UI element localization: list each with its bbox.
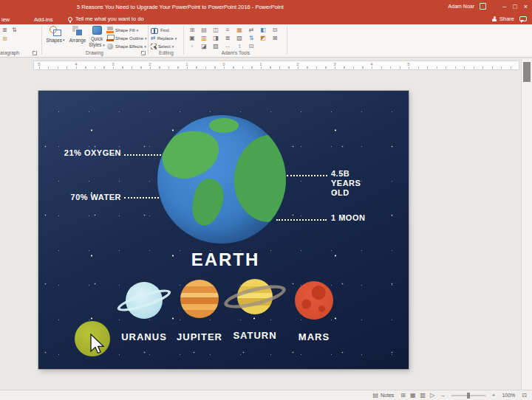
quick-styles-button[interactable]: Quick Styles ▾ [87,26,106,47]
maximize-button[interactable]: □ [513,4,516,10]
tools-grid-icon[interactable]: ◫ [213,27,219,33]
tools-grid-icon[interactable]: ≣ [225,35,231,41]
select-label: Select [158,44,171,49]
tools-grid-icon[interactable]: ⊟ [273,27,278,33]
tools-grid-icon[interactable]: ▦ [236,27,242,33]
paragraph-group-label: aragraph [0,50,25,55]
group-separator [148,26,149,55]
slideshow-button[interactable]: ▷ [430,393,434,399]
zoom-level[interactable]: 100% [502,393,515,398]
chevron-down-icon: ▾ [137,29,139,32]
zoom-out-button[interactable]: – [441,393,444,399]
zoom-slider-thumb[interactable] [467,393,470,399]
fit-to-window-button[interactable]: ⊡ [522,393,527,399]
comments-icon[interactable] [519,16,527,21]
tools-grid-icon[interactable]: ▤ [201,27,207,33]
quick-styles-label-line1: Quick [91,36,103,41]
slide-title-earth[interactable]: EARTH [183,249,267,270]
earth-graphic[interactable] [157,115,286,244]
tab-view-partial[interactable]: iew [1,16,10,23]
tools-grid-icon[interactable]: ↔ [225,44,231,49]
tools-grid-icon[interactable]: ⊡ [249,44,254,49]
share-button[interactable]: Share [492,15,514,22]
drawing-dialog-launcher[interactable] [141,51,146,55]
paragraph-dialog-launcher[interactable] [33,51,37,55]
shapes-button[interactable]: Shapes▾ [44,26,66,43]
smartart-icon[interactable]: ⊞ [2,36,7,42]
mars-graphic[interactable] [295,281,333,320]
fact-age-text[interactable]: 4.5B YEARS OLD [331,169,380,199]
signed-in-user[interactable]: Adam Noar [449,4,474,9]
shape-effects-icon [106,43,114,50]
tools-grid-icon[interactable]: ▧ [236,35,242,41]
fact-oxygen-text[interactable]: 21% OXYGEN [53,148,121,157]
tools-grid-icon[interactable]: ▫ [191,44,194,49]
zoom-slider[interactable] [451,395,485,396]
share-label: Share [499,15,514,22]
find-button[interactable]: Find [151,27,169,34]
tools-grid-icon[interactable]: ▣ [189,35,195,41]
tell-me-box[interactable]: Tell me what you want to do [68,15,144,23]
titlebar: 5 Reasons You Need to Upgrade Your Power… [0,0,532,13]
normal-view-button[interactable]: ⊞ [400,393,406,399]
group-separator [41,26,42,55]
align-text-icon[interactable]: ≣ [2,27,7,33]
fact-water-text[interactable]: 70% WATER [53,193,121,201]
close-button[interactable]: × [524,4,528,10]
chevron-down-icon: ▾ [63,38,65,42]
binoculars-icon [151,27,159,33]
chevron-down-icon: ▾ [103,43,105,47]
tools-grid-icon[interactable]: ◪ [201,44,207,49]
account-icon[interactable] [480,3,486,10]
chevron-down-icon: ▾ [144,45,146,49]
jupiter-label[interactable]: JUPITER [170,331,229,342]
scrollbar-thumb[interactable] [523,62,531,82]
uranus-label[interactable]: URANUS [115,331,174,342]
shape-fill-button[interactable]: Shape Fill ▾ [106,27,138,34]
notes-toggle-button[interactable]: ▤ Notes [372,393,394,399]
shape-outline-label: Shape Outline [115,36,143,41]
slide-canvas[interactable]: 21% OXYGEN 70% WATER 4.5B YEARS OLD 1 MO… [38,91,409,369]
shapes-label: Shapes [47,38,62,43]
tools-grid-icon[interactable]: ⇄ [249,27,254,33]
tools-grid-icon[interactable]: ↕ [238,44,241,49]
leader-line [276,219,327,221]
text-direction-icon[interactable]: ⇅ [12,27,17,33]
earth-continent [228,131,286,226]
tools-grid-icon[interactable]: ⇅ [249,35,254,41]
arrange-label: Arrange [69,38,86,43]
tools-grid-icon[interactable]: ◩ [260,35,266,41]
replace-button[interactable]: ⇄ Replace ▾ [151,35,177,42]
tools-grid-icon[interactable]: ▨ [213,44,219,49]
slide-sorter-view-button[interactable]: ▦ [410,393,416,399]
shape-effects-button[interactable]: Shape Effects ▾ [106,43,146,50]
tools-grid-icon[interactable]: ⊞ [190,27,195,33]
earth-continent [157,126,223,183]
chevron-down-icon: ▾ [172,45,174,49]
fact-moon-text[interactable]: 1 MOON [331,213,383,222]
select-arrow-icon [151,44,157,49]
minimize-button[interactable]: – [502,4,506,10]
chevron-down-icon: ▾ [145,37,147,41]
zoom-in-button[interactable]: + [492,393,496,399]
find-label: Find [160,28,169,32]
tools-grid-icon[interactable]: ≡ [226,27,230,33]
adams-tools-group-label: Adam's Tools [186,50,285,55]
tools-grid-icon[interactable]: ▥ [201,35,207,41]
shape-effects-label: Shape Effects [115,44,143,49]
tab-add-ins[interactable]: Add-ins [34,16,52,23]
mars-label[interactable]: MARS [284,331,344,342]
adams-tools-grid: ⊞▤◫≡▦⇄◧⊟▣▥◨≣▧⇅◩⊠▫◪▨↔↕⊡ [186,26,284,50]
tools-grid-icon[interactable]: ⊠ [273,35,278,41]
shape-fill-icon [106,27,114,34]
saturn-label[interactable]: SATURN [225,330,284,341]
reading-view-button[interactable]: ▥ [420,393,426,399]
arrange-button[interactable]: Arrange [66,26,89,43]
jupiter-graphic[interactable] [180,280,219,318]
tools-grid-icon[interactable]: ◨ [213,35,219,41]
vertical-scrollbar[interactable] [521,59,532,390]
select-button[interactable]: Select ▾ [151,43,174,50]
tools-grid-icon[interactable]: ◧ [260,27,266,33]
leader-line [124,197,159,199]
shape-outline-button[interactable]: Shape Outline ▾ [106,35,147,42]
